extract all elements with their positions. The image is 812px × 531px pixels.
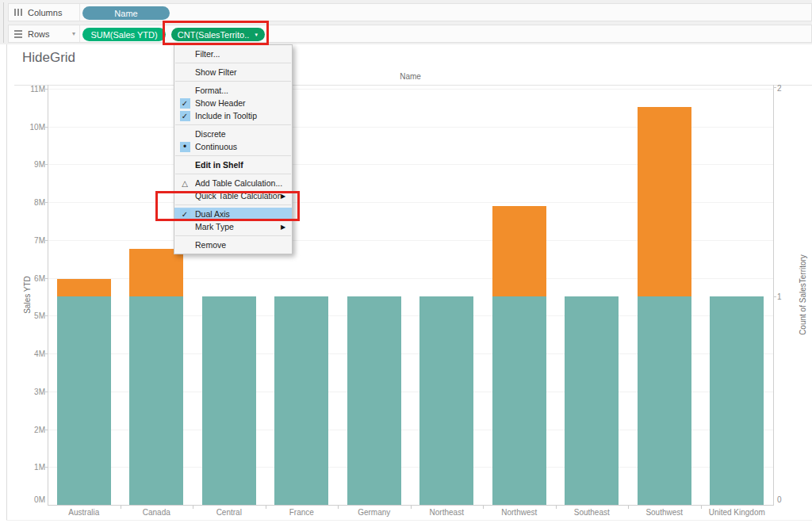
x-axis-label-germany: Germany: [339, 508, 410, 517]
x-axis-tickmark: [193, 506, 193, 509]
menu-item-label: Continuous: [195, 142, 292, 151]
right-axis-title: Count of SalesTerritory: [799, 254, 807, 335]
menu-separator: [175, 81, 291, 82]
menu-separator: [175, 235, 291, 236]
menu-item-continuous[interactable]: •Continuous: [174, 140, 292, 153]
y-axis-tick-2M: 2M: [25, 426, 45, 434]
bar-count-france[interactable]: [274, 296, 328, 506]
x-axis-label-australia: Australia: [48, 508, 120, 517]
x-axis-label-northwest: Northwest: [484, 508, 555, 517]
x-axis-line: [48, 505, 774, 506]
plot-top-border: [14, 85, 812, 86]
menu-item-label: Add Table Calculation...: [195, 178, 292, 188]
x-axis-tickmark: [628, 506, 629, 509]
y-axis-tick-1M: 1M: [25, 463, 45, 472]
x-axis-label-united-kingdom: United Kingdom: [701, 508, 772, 517]
menu-item-include-in-tooltip[interactable]: ✓Include in Tooltip: [174, 109, 292, 122]
bar-count-northeast[interactable]: [419, 296, 473, 506]
menu-item-show-filter[interactable]: Show Filter: [174, 66, 292, 78]
menu-item-label: Edit in Shelf: [195, 160, 292, 170]
annotation-rect-cnt-pill: [163, 21, 269, 45]
y-axis-tick-8M: 8M: [25, 198, 45, 207]
menu-item-label: Show Filter: [195, 67, 292, 77]
rows-icon: [14, 30, 22, 38]
menu-item-label: Include in Tooltip: [195, 111, 292, 120]
right-axis-line: [773, 85, 774, 505]
sheet-left-border: [6, 44, 7, 520]
menu-item-filter[interactable]: Filter...: [174, 48, 292, 60]
menu-item-label: Remove: [195, 240, 292, 250]
rows-shelf-label: Rows: [28, 29, 50, 39]
bar-count-canada[interactable]: [129, 296, 183, 506]
menu-item-label: Mark Type: [195, 222, 281, 231]
y-axis-tick-0M: 0M: [25, 495, 45, 504]
menu-item-remove[interactable]: Remove: [174, 239, 292, 251]
rows-shelf-caret-icon[interactable]: ▾: [72, 31, 75, 37]
x-axis-tickmark: [338, 506, 339, 509]
bar-count-central[interactable]: [202, 296, 256, 506]
x-axis-label-central: Central: [193, 508, 265, 517]
pill-sum-sales-ytd[interactable]: SUM(Sales YTD): [82, 28, 166, 41]
x-axis-tickmark: [266, 506, 266, 509]
menu-separator: [175, 174, 291, 174]
columns-shelf-label-box: Columns: [9, 4, 80, 21]
pill-name[interactable]: Name: [82, 6, 170, 20]
bar-count-germany[interactable]: [347, 296, 401, 506]
right-axis-tickmark: [774, 87, 776, 88]
menu-item-edit-in-shelf[interactable]: Edit in Shelf: [174, 159, 292, 171]
x-axis-label-southeast: Southeast: [556, 508, 627, 517]
pill-name-label: Name: [114, 9, 137, 18]
pill-context-menu: Filter...Show FilterFormat...✓Show Heade…: [174, 44, 293, 254]
columns-shelf-label: Columns: [28, 8, 62, 17]
bar-count-southwest[interactable]: [638, 296, 691, 506]
bar-count-united-kingdom[interactable]: [710, 296, 764, 506]
menu-item-show-header[interactable]: ✓Show Header: [174, 97, 292, 109]
right-axis-tickmark: [774, 296, 776, 297]
menu-item-discrete[interactable]: Discrete: [174, 128, 292, 140]
menu-item-mark-type[interactable]: Mark Type▶: [174, 220, 292, 233]
x-axis-tickmark: [556, 506, 557, 509]
rows-shelf[interactable]: Rows ▾ SUM(Sales YTD) CNT(SalesTerrito..…: [8, 25, 812, 43]
checkmark-icon: ✓: [180, 98, 190, 109]
sheet-bottom-border: [6, 520, 812, 521]
menu-item-label: Filter...: [195, 49, 292, 59]
menu-separator: [175, 155, 291, 156]
x-axis-label-canada: Canada: [121, 508, 192, 517]
delta-icon: △: [180, 178, 190, 189]
menu-item-add-table-calculation[interactable]: △Add Table Calculation...: [174, 177, 292, 189]
x-axis-tickmark: [701, 506, 702, 509]
y-axis-tick-3M: 3M: [25, 388, 45, 396]
annotation-rect-dual-axis: [155, 191, 300, 221]
menu-item-format[interactable]: Format...: [174, 84, 292, 97]
pill-sum-sales-ytd-label: SUM(Sales YTD): [90, 30, 157, 40]
x-axis-tickmark: [121, 506, 121, 509]
y-axis-tick-9M: 9M: [25, 160, 45, 169]
y-axis-tick-7M: 7M: [25, 236, 45, 245]
x-axis-label-france: France: [266, 508, 337, 517]
sheet-title: HideGrid: [22, 50, 75, 66]
x-axis-label-southwest: Southwest: [629, 508, 700, 517]
right-axis-tick-2: 2: [777, 84, 793, 93]
columns-icon: [14, 9, 22, 16]
menu-item-label: Discrete: [195, 129, 292, 139]
x-axis-tickmark: [411, 506, 412, 509]
bar-count-southeast[interactable]: [565, 296, 619, 506]
bar-count-northwest[interactable]: [492, 296, 546, 506]
y-axis-tick-4M: 4M: [25, 350, 45, 358]
right-axis-tick-1: 1: [777, 292, 793, 301]
tableau-window: Columns Name Rows ▾ SUM(Sales YTD) CNT(S…: [0, 0, 812, 531]
right-axis-tick-0: 0: [777, 495, 793, 504]
bar-count-australia[interactable]: [57, 296, 111, 506]
left-axis-title: Sales YTD: [23, 276, 32, 314]
x-axis-tickmark: [483, 506, 484, 509]
y-axis-tick-11M: 11M: [25, 85, 45, 94]
gridline: [48, 89, 773, 90]
menu-separator: [175, 124, 291, 125]
columns-shelf[interactable]: Columns Name: [8, 3, 812, 21]
checkmark-icon: ✓: [180, 111, 190, 121]
column-field-header: Name: [48, 72, 773, 81]
rows-shelf-label-box: Rows ▾: [9, 25, 80, 42]
radio-dot-icon: •: [180, 142, 190, 152]
submenu-arrow-icon: ▶: [281, 223, 292, 231]
menu-item-label: Format...: [195, 86, 292, 95]
